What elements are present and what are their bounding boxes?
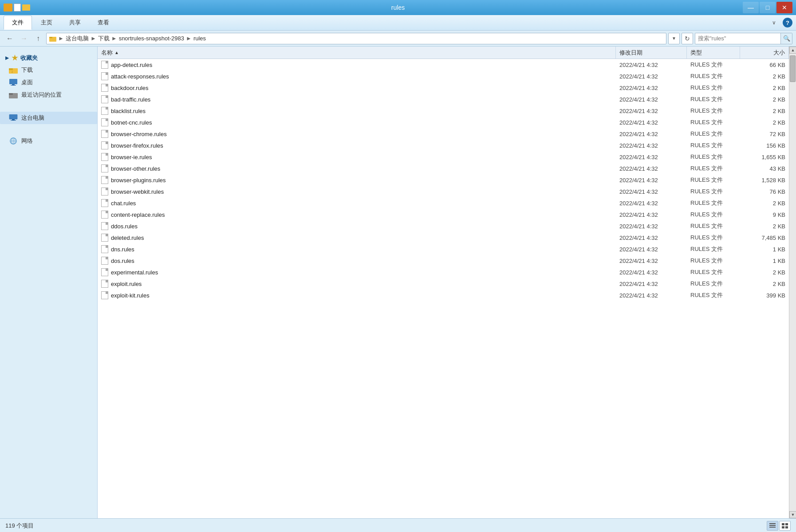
svg-rect-12 (12, 119, 15, 120)
file-name-cell: bad-traffic.rules (98, 94, 616, 105)
search-button[interactable]: 🔍 (780, 33, 792, 44)
address-dropdown-button[interactable]: ▼ (668, 33, 680, 44)
file-date-cell: 2022/4/21 4:32 (616, 243, 687, 255)
file-name-cell: browser-firefox.rules (98, 140, 616, 151)
col-header-name[interactable]: 名称 ▲ (98, 47, 616, 59)
close-button[interactable]: ✕ (776, 2, 792, 13)
tab-file[interactable]: 文件 (4, 16, 32, 30)
file-name: browser-other.rules (111, 165, 160, 172)
table-row[interactable]: backdoor.rules 2022/4/21 4:32 RULES 文件 2… (98, 82, 789, 94)
table-row[interactable]: browser-chrome.rules 2022/4/21 4:32 RULE… (98, 128, 789, 140)
table-row[interactable]: bad-traffic.rules 2022/4/21 4:32 RULES 文… (98, 94, 789, 105)
file-icon (101, 95, 108, 103)
title-bar-icons (4, 4, 30, 12)
sidebar-item-network[interactable]: 网络 (0, 135, 97, 147)
file-date-cell: 2022/4/21 4:32 (616, 278, 687, 289)
file-name-cell: exploit.rules (98, 278, 616, 289)
scroll-up-button[interactable]: ▲ (789, 47, 796, 54)
tab-share[interactable]: 共享 (61, 16, 89, 29)
table-row[interactable]: browser-plugins.rules 2022/4/21 4:32 RUL… (98, 174, 789, 186)
title-bar: rules — □ ✕ (0, 0, 796, 15)
view-detail-button[interactable] (767, 521, 778, 531)
file-size-cell: 2 KB (740, 117, 789, 128)
refresh-button[interactable]: ↻ (682, 33, 693, 44)
file-date-cell: 2022/4/21 4:32 (616, 140, 687, 151)
file-type-cell: RULES 文件 (687, 82, 740, 94)
file-type-cell: RULES 文件 (687, 209, 740, 220)
table-row[interactable]: attack-responses.rules 2022/4/21 4:32 RU… (98, 70, 789, 82)
table-row[interactable]: content-replace.rules 2022/4/21 4:32 RUL… (98, 209, 789, 220)
table-row[interactable]: dns.rules 2022/4/21 4:32 RULES 文件 1 KB (98, 243, 789, 255)
col-header-date[interactable]: 修改日期 (616, 47, 687, 59)
up-button[interactable]: ↑ (32, 33, 44, 44)
file-icon (101, 153, 108, 161)
file-date-cell: 2022/4/21 4:32 (616, 59, 687, 70)
table-row[interactable]: browser-other.rules 2022/4/21 4:32 RULES… (98, 163, 789, 174)
status-bar: 119 个项目 (0, 518, 796, 532)
file-list-header: 名称 ▲ 修改日期 类型 大小 (98, 47, 789, 59)
table-row[interactable]: experimental.rules 2022/4/21 4:32 RULES … (98, 266, 789, 278)
path-part-snapshot[interactable]: snortrules-snapshot-2983 (119, 35, 184, 42)
tab-view[interactable]: 查看 (90, 16, 117, 29)
sidebar-item-downloads[interactable]: ↓ 下载 (0, 64, 97, 76)
sidebar-item-desktop[interactable]: 桌面 (0, 76, 97, 89)
path-part-downloads[interactable]: 下载 (98, 35, 110, 43)
scroll-thumb[interactable] (790, 55, 796, 82)
file-name-cell: browser-chrome.rules (98, 128, 616, 140)
file-list-scroll[interactable]: app-detect.rules 2022/4/21 4:32 RULES 文件… (98, 59, 789, 518)
table-row[interactable]: blacklist.rules 2022/4/21 4:32 RULES 文件 … (98, 105, 789, 117)
back-button[interactable]: ← (4, 33, 16, 44)
table-row[interactable]: exploit-kit.rules 2022/4/21 4:32 RULES 文… (98, 289, 789, 301)
path-part-rules[interactable]: rules (193, 35, 206, 42)
scrollbar[interactable]: ▲ ▼ (789, 47, 796, 518)
col-header-size[interactable]: 大小 (740, 47, 789, 59)
sidebar-item-recent[interactable]: 最近访问的位置 (0, 89, 97, 101)
file-name-cell: app-detect.rules (98, 59, 616, 70)
tab-home[interactable]: 主页 (33, 16, 60, 29)
forward-button[interactable]: → (18, 33, 30, 44)
file-size-cell: 2 KB (740, 82, 789, 94)
table-row[interactable]: app-detect.rules 2022/4/21 4:32 RULES 文件… (98, 59, 789, 70)
file-date-cell: 2022/4/21 4:32 (616, 255, 687, 266)
table-row[interactable]: exploit.rules 2022/4/21 4:32 RULES 文件 2 … (98, 278, 789, 289)
table-row[interactable]: ddos.rules 2022/4/21 4:32 RULES 文件 2 KB (98, 220, 789, 232)
ribbon-collapse-button[interactable]: ∨ (768, 17, 780, 28)
address-path[interactable]: ► 这台电脑 ► 下载 ► snortrules-snapshot-2983 ►… (46, 33, 666, 44)
maximize-button[interactable]: □ (760, 2, 776, 13)
file-icon (101, 61, 108, 69)
file-size-cell: 399 KB (740, 289, 789, 301)
favorites-header[interactable]: ▶ ★ 收藏夹 (0, 52, 97, 64)
sort-arrow: ▲ (114, 50, 119, 55)
file-type-cell: RULES 文件 (687, 186, 740, 197)
file-name: browser-firefox.rules (111, 142, 163, 149)
file-size-cell: 43 KB (740, 163, 789, 174)
file-type-cell: RULES 文件 (687, 232, 740, 243)
file-date-cell: 2022/4/21 4:32 (616, 70, 687, 82)
sidebar-label-downloads: 下载 (21, 66, 33, 74)
svg-rect-7 (11, 85, 16, 86)
file-name: deleted.rules (111, 235, 144, 241)
help-button[interactable]: ? (783, 18, 792, 27)
file-name: chat.rules (111, 200, 136, 207)
table-row[interactable]: chat.rules 2022/4/21 4:32 RULES 文件 2 KB (98, 197, 789, 209)
path-part-computer[interactable]: 这台电脑 (66, 35, 89, 43)
search-input[interactable] (695, 35, 780, 42)
svg-rect-20 (769, 527, 776, 528)
view-large-button[interactable] (779, 521, 791, 531)
sidebar-item-computer[interactable]: 这台电脑 (0, 112, 97, 124)
table-row[interactable]: browser-ie.rules 2022/4/21 4:32 RULES 文件… (98, 151, 789, 163)
file-icon (101, 141, 108, 149)
file-date-cell: 2022/4/21 4:32 (616, 94, 687, 105)
file-name: dos.rules (111, 258, 134, 264)
table-row[interactable]: browser-webkit.rules 2022/4/21 4:32 RULE… (98, 186, 789, 197)
table-row[interactable]: deleted.rules 2022/4/21 4:32 RULES 文件 7,… (98, 232, 789, 243)
table-row[interactable]: dos.rules 2022/4/21 4:32 RULES 文件 1 KB (98, 255, 789, 266)
scroll-down-button[interactable]: ▼ (789, 511, 796, 518)
table-row[interactable]: browser-firefox.rules 2022/4/21 4:32 RUL… (98, 140, 789, 151)
minimize-button[interactable]: — (743, 2, 759, 13)
file-icon (101, 222, 108, 230)
file-size-cell: 2 KB (740, 220, 789, 232)
table-row[interactable]: botnet-cnc.rules 2022/4/21 4:32 RULES 文件… (98, 117, 789, 128)
favorites-section: ▶ ★ 收藏夹 ↓ 下载 (0, 52, 97, 101)
col-header-type[interactable]: 类型 (687, 47, 740, 59)
